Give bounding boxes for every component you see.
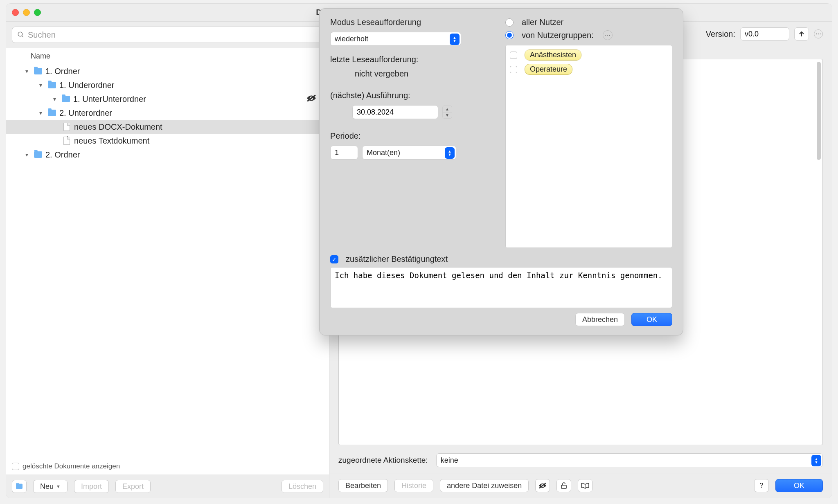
tree-row-file[interactable]: neues Textdokument <box>6 134 329 148</box>
tree-label: neues DOCX-Dokument <box>74 122 162 132</box>
show-deleted-checkbox[interactable] <box>12 463 19 470</box>
delete-button[interactable]: Löschen <box>282 480 323 493</box>
confirm-text-checkbox[interactable]: ✓ <box>330 255 338 263</box>
choose-groups-button[interactable]: ⋯ <box>603 30 613 40</box>
cancel-button[interactable]: Abbrechen <box>575 313 625 326</box>
docx-file-icon <box>63 123 70 131</box>
radio-user-groups-row[interactable]: von Nutzergruppen: ⋯ <box>505 30 672 40</box>
read-button[interactable] <box>578 479 592 492</box>
chevron-down-icon: ▼ <box>56 484 61 489</box>
right-toolbar: Bearbeiten Historie andere Datei zuweise… <box>329 473 832 498</box>
folder-icon <box>34 151 42 158</box>
select-arrows-icon: ▲▼ <box>450 34 460 45</box>
search-icon <box>17 31 25 38</box>
search-field[interactable] <box>12 27 323 43</box>
tree-row-folder[interactable]: ▾ 1. Ordner <box>6 64 329 78</box>
tree-row-folder[interactable]: ▾ 1. UnterUnterordner <box>6 92 329 106</box>
group-checkbox[interactable] <box>510 66 517 73</box>
new-button[interactable]: Neu ▼ <box>33 480 68 493</box>
arrow-up-icon <box>798 31 805 37</box>
period-count-input[interactable] <box>330 146 358 160</box>
upload-version-button[interactable] <box>794 27 809 40</box>
action-chain-select[interactable]: keine ▲▼ <box>436 453 823 467</box>
mode-select[interactable]: wiederholt ▲▼ <box>330 32 461 46</box>
next-exec-label: (nächste) Ausführung: <box>330 91 494 100</box>
left-panel: Name ▾ 1. Ordner ▾ 1. Underordner ▾ 1. U… <box>6 22 329 498</box>
version-label: Version: <box>706 29 735 39</box>
tree-label: 1. UnterUnterordner <box>73 94 146 104</box>
svg-line-1 <box>22 36 23 37</box>
period-unit-select[interactable]: Monat(en) ▲▼ <box>362 146 456 160</box>
ok-button[interactable]: OK <box>775 479 823 492</box>
show-deleted-row[interactable]: gelöschte Dokumente anzeigen <box>6 458 329 475</box>
import-button[interactable]: Import <box>74 480 109 493</box>
folder-icon <box>16 484 23 489</box>
radio-user-groups[interactable] <box>505 31 514 39</box>
radio-all-users[interactable] <box>505 18 514 27</box>
tree-row-folder[interactable]: ▾ 2. Unterordner <box>6 106 329 120</box>
lock-button[interactable] <box>556 479 571 492</box>
assign-file-button[interactable]: andere Datei zuweisen <box>440 479 529 492</box>
action-chain-label: zugeordnete Aktionskette: <box>338 456 428 465</box>
history-button[interactable]: Historie <box>394 479 433 492</box>
show-deleted-label: gelöschte Dokumente anzeigen <box>23 462 120 470</box>
group-checkbox[interactable] <box>510 52 517 59</box>
last-prompt-value: nicht vergeben <box>330 69 494 79</box>
text-file-icon <box>63 137 70 145</box>
svg-rect-4 <box>561 485 566 488</box>
folder-icon <box>48 110 56 116</box>
stepper-up-icon[interactable]: ▲ <box>443 106 452 112</box>
edit-button[interactable]: Bearbeiten <box>338 479 388 492</box>
period-label: Periode: <box>330 131 494 141</box>
folder-icon <box>48 82 56 88</box>
tree-row-folder[interactable]: ▾ 1. Underordner <box>6 78 329 92</box>
tree-label: 2. Ordner <box>45 150 80 160</box>
search-input[interactable] <box>28 30 318 40</box>
date-stepper[interactable]: ▲ ▼ <box>442 106 452 119</box>
user-groups-list: Anästhesisten Operateure <box>505 45 672 248</box>
ok-button[interactable]: OK <box>631 313 672 326</box>
chevron-down-icon[interactable]: ▾ <box>23 151 31 158</box>
chevron-down-icon[interactable]: ▾ <box>36 110 45 116</box>
tree-row-file-selected[interactable]: neues DOCX-Dokument <box>6 120 329 134</box>
visibility-button[interactable] <box>535 479 550 492</box>
select-arrows-icon: ▲▼ <box>811 455 821 466</box>
group-row[interactable]: Anästhesisten <box>510 50 668 61</box>
group-tag: Operateure <box>525 64 572 75</box>
document-tree: ▾ 1. Ordner ▾ 1. Underordner ▾ 1. UnterU… <box>6 64 329 458</box>
last-prompt-label: letzte Leseaufforderung: <box>330 55 494 64</box>
tree-label: 2. Unterordner <box>59 108 112 118</box>
next-exec-date-input[interactable] <box>352 105 438 119</box>
confirm-text-row[interactable]: ✓ zusätzlicher Bestätigungtext <box>330 254 672 264</box>
tree-label: 1. Underordner <box>59 81 115 90</box>
group-row[interactable]: Operateure <box>510 64 668 75</box>
chevron-down-icon[interactable]: ▾ <box>23 68 31 74</box>
preview-scrollbar[interactable] <box>817 62 821 160</box>
export-button[interactable]: Export <box>115 480 151 493</box>
help-button[interactable]: ? <box>754 479 769 492</box>
new-folder-button[interactable] <box>12 480 27 493</box>
lock-open-icon <box>560 482 568 489</box>
group-tag: Anästhesisten <box>525 50 581 61</box>
version-input[interactable] <box>740 27 789 40</box>
folder-icon <box>62 96 70 102</box>
eye-off-icon <box>538 482 547 489</box>
left-toolbar: Neu ▼ Import Export Löschen <box>6 475 329 498</box>
chevron-down-icon[interactable]: ▾ <box>50 96 59 102</box>
tree-label: neues Textdokument <box>74 136 149 146</box>
select-arrows-icon: ▲▼ <box>445 147 455 159</box>
folder-icon <box>34 68 42 74</box>
mode-label: Modus Leseaufforderung <box>330 18 494 27</box>
svg-point-0 <box>18 32 23 36</box>
radio-all-users-row[interactable]: aller Nutzer <box>505 18 672 27</box>
confirm-textarea[interactable] <box>330 267 672 308</box>
chevron-down-icon[interactable]: ▾ <box>36 82 45 88</box>
more-button[interactable]: ⋯ <box>814 29 823 38</box>
tree-row-folder[interactable]: ▾ 2. Ordner <box>6 148 329 162</box>
action-chain-row: zugeordnete Aktionskette: keine ▲▼ <box>329 450 832 473</box>
column-header-name[interactable]: Name <box>6 48 329 64</box>
question-icon: ? <box>760 482 764 489</box>
stepper-down-icon[interactable]: ▼ <box>443 112 452 119</box>
read-prompt-dialog: Modus Leseaufforderung wiederholt ▲▼ let… <box>319 8 683 335</box>
tree-label: 1. Ordner <box>45 67 80 76</box>
